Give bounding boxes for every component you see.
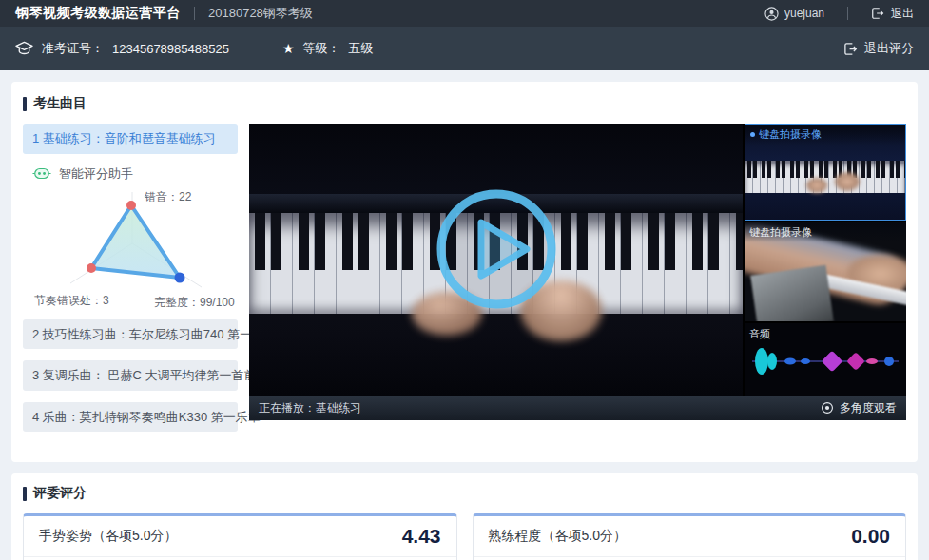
exam-id-value: 12345678985488525 xyxy=(112,42,229,56)
now-playing-text: 正在播放：基础练习 xyxy=(259,400,361,416)
robot-toggle-icon xyxy=(32,167,51,180)
thumbnail-label-text: 键盘拍摄录像 xyxy=(749,225,812,240)
ai-assistant-toggle[interactable]: 智能评分助手 xyxy=(32,165,238,183)
angle-thumbnails: 键盘拍摄录像 键盘拍摄录像 音频 xyxy=(745,124,906,396)
section-accent-bar xyxy=(23,487,27,501)
judge-scoring-card: 评委评分 手势姿势（各项5.0分） 4.43 手型 指法 身姿 xyxy=(11,473,918,560)
thumbnail-label: 键盘拍摄录像 xyxy=(745,222,906,242)
exam-id-group: 准考证号： 12345678985488525 xyxy=(15,40,229,57)
radar-label-completeness: 完整度：99/100 xyxy=(154,296,235,309)
exit-scoring-button[interactable]: 退出评分 xyxy=(843,40,914,57)
thumbnail-audio[interactable]: 音频 xyxy=(745,323,906,396)
multi-angle-label: 多角度观看 xyxy=(840,400,897,416)
ai-assistant-label: 智能评分助手 xyxy=(59,165,133,183)
mini-hand xyxy=(835,172,860,191)
exit-scoring-label: 退出评分 xyxy=(864,40,914,57)
radar-label-rhythm: 节奏错误处：3 xyxy=(34,294,109,307)
video-status-bar: 正在播放：基础练习 多角度观看 xyxy=(249,396,906,420)
scoring-section-title: 评委评分 xyxy=(33,485,87,502)
video-player-zone: 键盘拍摄录像 键盘拍摄录像 音频 xyxy=(249,124,906,420)
play-button[interactable] xyxy=(434,186,559,316)
score-panel-gesture: 手势姿势（各项5.0分） 4.43 手型 指法 身姿 礼仪 xyxy=(23,513,457,560)
section-accent-bar xyxy=(23,97,27,111)
panel-title: 熟练程度（各项5.0分） xyxy=(489,528,627,545)
username: yuejuan xyxy=(784,7,824,20)
logout-label: 退出 xyxy=(891,6,914,22)
radar-dot-wrong-notes xyxy=(126,201,136,210)
logout-icon xyxy=(843,42,858,56)
radar-dot-completeness xyxy=(175,272,185,282)
thumbnail-label-text: 键盘拍摄录像 xyxy=(759,127,822,142)
star-icon: ★ xyxy=(282,41,295,56)
thumbnail-keyboard-cam-active[interactable]: 键盘拍摄录像 xyxy=(745,124,906,221)
piano-bench xyxy=(750,265,834,321)
multi-angle-button[interactable]: 多角度观看 xyxy=(821,400,897,416)
live-dot-icon xyxy=(750,132,755,137)
radar-dot-rhythm xyxy=(87,263,96,273)
thumbnail-label: 键盘拍摄录像 xyxy=(745,125,905,145)
top-bar: 钢琴视频考级数据运营平台 20180728钢琴考级 yuejuan 退出 xyxy=(0,0,929,27)
panel-total-score: 4.43 xyxy=(402,525,441,548)
playlist-item-4[interactable]: 4 乐曲：莫扎特钢琴奏鸣曲K330 第一乐章 xyxy=(23,402,238,433)
graduation-cap-icon xyxy=(15,41,33,56)
playlist-section-header: 考生曲目 xyxy=(23,95,906,112)
scoring-section-header: 评委评分 xyxy=(23,485,906,502)
mini-hand xyxy=(806,178,827,193)
eye-icon xyxy=(821,401,834,415)
exam-info-bar: 准考证号： 12345678985488525 ★ 等级： 五级 退出评分 xyxy=(0,27,929,70)
main-video[interactable] xyxy=(249,124,743,396)
logout-icon xyxy=(871,7,884,20)
radar-chart: 错音：22 节奏错误处：3 完整度：99/100 xyxy=(23,184,238,314)
session-title: 20180728钢琴考级 xyxy=(208,5,313,22)
level-label: 等级： xyxy=(302,40,339,57)
level-group: ★ 等级： 五级 xyxy=(282,40,374,57)
playlist-item-1[interactable]: 1 基础练习：音阶和琶音基础练习 xyxy=(23,124,238,154)
user-menu[interactable]: yuejuan xyxy=(764,7,824,21)
logout-button[interactable]: 退出 xyxy=(871,6,914,22)
thumbnail-keyboard-cam-side[interactable]: 键盘拍摄录像 xyxy=(745,222,906,321)
playlist: 1 基础练习：音阶和琶音基础练习 智能评分助手 xyxy=(23,124,238,443)
score-panel-proficiency: 熟练程度（各项5.0分） 0.00 准确度 熟练度 完整性 节奏性 xyxy=(473,513,907,560)
playlist-section-title: 考生曲目 xyxy=(33,95,87,112)
divider xyxy=(194,7,195,20)
divider xyxy=(847,7,848,20)
exam-main-card: 考生曲目 1 基础练习：音阶和琶音基础练习 智能评分助手 xyxy=(11,82,918,462)
playlist-item-2[interactable]: 2 技巧性练习曲：车尔尼练习曲740 第一首 xyxy=(23,319,238,350)
panel-total-score: 0.00 xyxy=(851,525,890,548)
radar-label-wrong-notes: 错音：22 xyxy=(144,190,192,203)
radar-polygon xyxy=(91,205,180,278)
exam-id-label: 准考证号： xyxy=(42,40,104,57)
avatar-icon xyxy=(764,7,779,21)
audio-label: 音频 xyxy=(749,327,770,341)
app-title: 钢琴视频考级数据运营平台 xyxy=(15,5,181,22)
playlist-item-3[interactable]: 3 复调乐曲： 巴赫C 大调平均律第一首前奏曲 xyxy=(23,360,238,391)
panel-title: 手势姿势（各项5.0分） xyxy=(39,528,177,545)
mini-black-keys xyxy=(745,161,905,178)
level-value: 五级 xyxy=(348,40,373,57)
